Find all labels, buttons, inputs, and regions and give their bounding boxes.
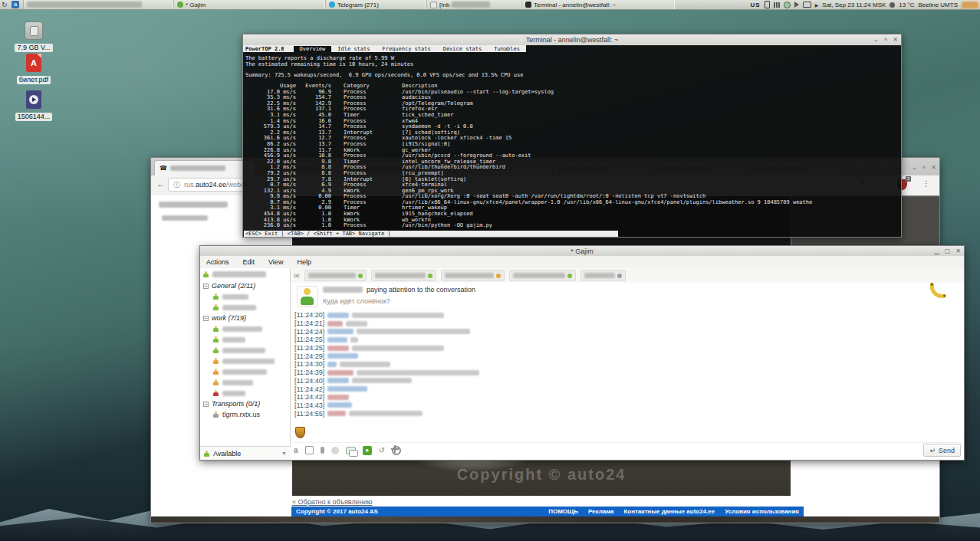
signal-bars-icon[interactable]: [774, 2, 780, 8]
info-icon[interactable]: ⓘ: [173, 180, 180, 190]
maximize-icon[interactable]: ▢: [945, 248, 951, 254]
expander-icon[interactable]: −: [203, 402, 209, 407]
roster-contact[interactable]: [200, 345, 290, 356]
taskbar-item-gajim[interactable]: * Gajim: [173, 0, 325, 9]
keyboard-layout-indicator[interactable]: US: [751, 2, 761, 8]
terminal-body[interactable]: PowerTOP 2.8 OverviewIdle statsFrequency…: [243, 45, 901, 237]
expander-icon[interactable]: −: [203, 284, 209, 289]
roster-group[interactable]: −work (7/19): [200, 313, 290, 323]
clock[interactable]: Sat, Sep 23 11:24 MSK: [822, 2, 886, 8]
powertop-tab[interactable]: Device stats: [437, 46, 488, 52]
minimize-icon[interactable]: ⌄: [873, 37, 879, 43]
menu-item-help[interactable]: Help: [291, 258, 317, 266]
battery-icon[interactable]: [803, 2, 811, 8]
powertop-row: 226.8 us/s11.7kWorkgc_worker: [243, 148, 901, 154]
tray-expander-icon[interactable]: ▶: [815, 2, 819, 8]
send-button[interactable]: ↵ Send: [923, 444, 961, 457]
template-icon[interactable]: [305, 446, 314, 454]
expander-icon[interactable]: −: [203, 316, 209, 321]
menu-item-view[interactable]: View: [262, 258, 289, 266]
desktop-icon-video[interactable]: 1506144...: [9, 90, 58, 124]
roster-contact[interactable]: [200, 356, 290, 366]
roster-contact[interactable]: [200, 291, 290, 302]
roster-group[interactable]: −Transports (0/1): [200, 398, 290, 409]
taskbar-item-blurred[interactable]: [23, 0, 173, 9]
menu-dots-icon[interactable]: ⋮: [922, 179, 930, 188]
desktop-icon-pdf[interactable]: A билет.pdf: [9, 54, 58, 87]
powertop-row: 29.7 us/s7.8Interrupt[6] tasklet(softirq…: [243, 177, 901, 183]
contact-status-message: Куда идёт слонёнок?: [323, 297, 390, 305]
undo-icon[interactable]: ↺: [379, 447, 385, 454]
powertop-tab[interactable]: Tunables: [488, 46, 526, 52]
font-format-icon[interactable]: a: [294, 447, 298, 454]
minimize-icon[interactable]: ▁: [935, 248, 939, 254]
taskbar-item-terminal[interactable]: Terminal - annelin@westfall: ~: [521, 0, 675, 9]
cell: hrtimer_wakeup: [402, 205, 901, 211]
taskbar-item-telegram[interactable]: Telegram (271): [325, 0, 426, 9]
carrier-indicator[interactable]: Beeline UMTS: [918, 2, 958, 8]
cell: /usr/bin/pulseaudio --start --log-target…: [402, 90, 901, 96]
roster-contact[interactable]: [200, 302, 290, 313]
webcam-icon[interactable]: [331, 447, 339, 454]
weather-gear-icon[interactable]: [890, 2, 895, 8]
footer-link[interactable]: ПОМОЩЬ: [548, 508, 578, 515]
chat-bubbles-icon[interactable]: [346, 447, 356, 454]
roster-account-row[interactable]: [200, 268, 290, 280]
footer-link[interactable]: Реклама: [588, 508, 613, 515]
close-icon[interactable]: ✕: [931, 165, 936, 171]
chat-tab[interactable]: [371, 270, 436, 281]
roster-contact[interactable]: tlgrm.rxtx.us: [200, 409, 290, 420]
minimize-icon[interactable]: ⌄: [912, 165, 917, 171]
chat-tab[interactable]: [441, 270, 505, 281]
browser-active-tab[interactable]: ☎: [154, 160, 255, 175]
blurred-nickname: [327, 411, 346, 416]
desktop-icon-volume[interactable]: 7.9 GB V...: [9, 21, 58, 55]
chat-tab[interactable]: [580, 270, 626, 281]
footer-link[interactable]: Условия использования: [725, 508, 799, 515]
chat-tab[interactable]: [509, 270, 576, 281]
phone-tray-icon[interactable]: [765, 1, 770, 8]
terminal-titlebar[interactable]: Terminal - annelin@westfall: ~ ⌄ ˄ ✕: [243, 34, 901, 46]
plugin-green-icon[interactable]: ●: [363, 446, 372, 455]
chat-tabbar: ✉: [291, 268, 964, 284]
close-icon[interactable]: ✕: [955, 248, 961, 254]
chat-message-log[interactable]: [11:24:20][11:24:21][11:24:24][11:24:25]…: [291, 311, 964, 425]
roster-contact[interactable]: [200, 377, 290, 388]
gajim-roster[interactable]: −General (2/11)−work (7/19)−Transports (…: [200, 268, 291, 460]
roster-group[interactable]: −General (2/11): [200, 280, 290, 291]
message-input[interactable]: [307, 428, 961, 440]
taskbar-item-inbox[interactable]: [Inb: [426, 0, 521, 9]
menu-item-edit[interactable]: Edit: [237, 258, 261, 266]
powertop-tab[interactable]: Idle stats: [331, 46, 376, 52]
terminal-window: Terminal - annelin@westfall: ~ ⌄ ˄ ✕ Pow…: [242, 34, 902, 238]
maximize-icon[interactable]: ˄: [884, 37, 888, 43]
roster-contact[interactable]: [200, 323, 290, 334]
footer-link[interactable]: Контактные данные auto24.ee: [623, 508, 715, 515]
powertop-tab[interactable]: Frequency stats: [376, 46, 436, 52]
blurred-contact-name: [222, 305, 256, 310]
back-to-ad-link[interactable]: « Обратно к объявлению: [292, 498, 372, 506]
network-globe-icon[interactable]: [784, 2, 791, 8]
status-selector[interactable]: Available ▼: [200, 446, 291, 460]
roster-contact[interactable]: [200, 366, 290, 377]
powertop-table-header: UsageEvents/sCategoryDescription: [243, 84, 901, 90]
maximize-icon[interactable]: ˄: [922, 165, 926, 171]
volume-tray-icon[interactable]: [794, 2, 799, 8]
gear-icon[interactable]: [392, 446, 401, 455]
back-icon[interactable]: ←: [156, 179, 165, 189]
launcher-a-icon[interactable]: a: [12, 1, 19, 8]
roster-contact[interactable]: [200, 334, 290, 345]
powertop-row: 9.9 ms/s0.00Process/usr/lib/xorg/Xorg :0…: [243, 194, 901, 200]
microphone-icon[interactable]: [321, 447, 324, 454]
blurred-tray-item: [962, 2, 978, 8]
roster-contact[interactable]: [200, 388, 290, 398]
enter-icon: ↵: [929, 447, 936, 454]
chat-tab[interactable]: [304, 270, 367, 281]
powertop-tab[interactable]: Overview: [294, 46, 332, 52]
menu-item-actions[interactable]: Actions: [200, 258, 235, 266]
mail-icon: [430, 2, 437, 8]
gajim-titlebar[interactable]: * Gajim ▁ ▢ ✕: [200, 246, 964, 257]
temperature-indicator[interactable]: 13 °C: [899, 2, 914, 8]
app-menu-swirl-icon[interactable]: ↻: [2, 1, 8, 8]
close-icon[interactable]: ✕: [893, 37, 898, 43]
